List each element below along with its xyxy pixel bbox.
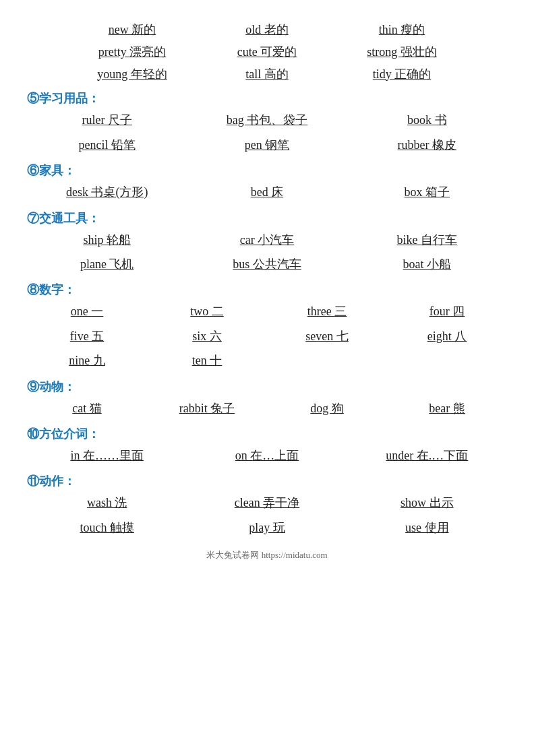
s5-book: book 书 [347, 109, 507, 131]
section-8-row-2: five 五 six 六 seven 七 eight 八 [27, 325, 507, 347]
s8-three: three 三 [267, 301, 387, 322]
s7-bus: bus 公共汽车 [187, 253, 347, 275]
s11-use: use 使用 [347, 517, 507, 538]
s7-bike: bike 自行车 [347, 229, 507, 251]
section-5-row-2: pencil 铅笔 pen 钢笔 rubber 橡皮 [27, 134, 507, 156]
s8-four: four 四 [387, 301, 507, 322]
s8-eight: eight 八 [387, 325, 507, 347]
s5-pen: pen 钢笔 [187, 134, 347, 156]
s5-bag: bag 书包、袋子 [187, 109, 347, 131]
s8-ten: ten 十 [147, 350, 267, 371]
section-10-header: ⑩方位介词： [27, 426, 507, 442]
section-9-row-1: cat 猫 rabbit 兔子 dog 狗 bear 熊 [27, 398, 507, 419]
s5-ruler: ruler 尺子 [27, 109, 187, 131]
section-7-header: ⑦交通工具： [27, 210, 507, 226]
s11-wash: wash 洗 [27, 492, 187, 513]
s9-bear: bear 熊 [387, 398, 507, 419]
s11-show: show 出示 [347, 492, 507, 513]
section-11-row-2: touch 触摸 play 玩 use 使用 [27, 517, 507, 538]
section-6-header: ⑥家具： [27, 162, 507, 179]
adj-row-1: new 新的 old 老的 thin 瘦的 [27, 20, 507, 40]
s10-under: under 在.…下面 [347, 445, 507, 466]
s8-two: two 二 [147, 301, 267, 322]
section-9-header: ⑨动物： [27, 379, 507, 395]
s6-box: box 箱子 [347, 181, 507, 203]
adj-thin: thin 瘦的 [334, 20, 469, 40]
s6-desk: desk 书桌(方形) [27, 181, 187, 203]
s10-on: on 在…上面 [187, 445, 347, 466]
s8-empty1 [267, 350, 387, 371]
s8-empty2 [387, 350, 507, 371]
adj-tidy: tidy 正确的 [334, 65, 469, 84]
section-11-header: ⑪动作： [27, 473, 507, 489]
s5-pencil: pencil 铅笔 [27, 134, 187, 156]
s11-touch: touch 触摸 [27, 517, 187, 538]
section-8-row-3: nine 九 ten 十 [27, 350, 507, 371]
s8-seven: seven 七 [267, 325, 387, 347]
footer-text: 米大兔试卷网 https://midatu.com [27, 549, 507, 561]
s7-car: car 小汽车 [187, 229, 347, 251]
s8-five: five 五 [27, 325, 147, 347]
s5-rubber: rubber 橡皮 [347, 134, 507, 156]
s9-cat: cat 猫 [27, 398, 147, 419]
section-7-row-2: plane 飞机 bus 公共汽车 boat 小船 [27, 253, 507, 275]
s8-six: six 六 [147, 325, 267, 347]
adj-row-3: young 年轻的 tall 高的 tidy 正确的 [27, 65, 507, 84]
s7-plane: plane 飞机 [27, 253, 187, 275]
adj-young: young 年轻的 [65, 65, 200, 84]
adj-strong: strong 强壮的 [334, 42, 469, 62]
section-7-row-1: ship 轮船 car 小汽车 bike 自行车 [27, 229, 507, 251]
s10-in: in 在……里面 [27, 445, 187, 466]
s11-clean: clean 弄干净 [187, 492, 347, 513]
section-10-row-1: in 在……里面 on 在…上面 under 在.…下面 [27, 445, 507, 466]
adj-pretty: pretty 漂亮的 [65, 42, 200, 62]
s7-boat: boat 小船 [347, 253, 507, 275]
section-6-row-1: desk 书桌(方形) bed 床 box 箱子 [27, 181, 507, 203]
section-11-row-1: wash 洗 clean 弄干净 show 出示 [27, 492, 507, 513]
section-5-header: ⑤学习用品： [27, 90, 507, 106]
s9-rabbit: rabbit 兔子 [147, 398, 267, 419]
s11-play: play 玩 [187, 517, 347, 538]
section-8-header: ⑧数字： [27, 282, 507, 298]
adj-cute: cute 可爱的 [200, 42, 334, 62]
s9-dog: dog 狗 [267, 398, 387, 419]
s8-one: one 一 [27, 301, 147, 322]
adj-old: old 老的 [200, 20, 334, 40]
adj-tall: tall 高的 [200, 65, 334, 84]
section-8-row-1: one 一 two 二 three 三 four 四 [27, 301, 507, 322]
adj-row-2: pretty 漂亮的 cute 可爱的 strong 强壮的 [27, 42, 507, 62]
section-5-row-1: ruler 尺子 bag 书包、袋子 book 书 [27, 109, 507, 131]
s8-nine: nine 九 [27, 350, 147, 371]
adj-new: new 新的 [65, 20, 200, 40]
s6-bed: bed 床 [187, 181, 347, 203]
s7-ship: ship 轮船 [27, 229, 187, 251]
